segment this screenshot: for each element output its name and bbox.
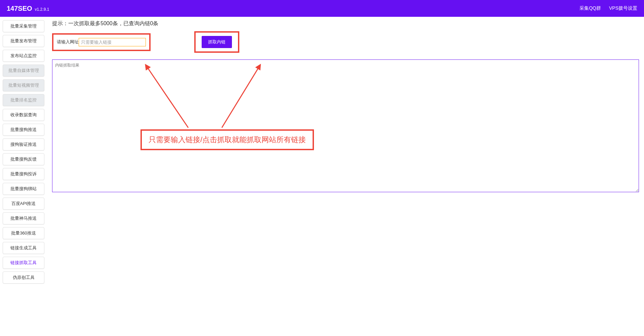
sidebar-item-16[interactable]: 链接抓取工具	[3, 257, 44, 269]
sidebar-item-0[interactable]: 批量采集管理	[3, 20, 44, 32]
hint-text: 提示：一次抓取最多5000条，已查询内链0条	[52, 20, 639, 27]
sidebar: 批量采集管理批量发布管理发布站点监控批量自媒体管理批量短视频管理批量排名监控收录…	[0, 17, 47, 336]
sidebar-item-5: 批量排名监控	[3, 94, 44, 106]
url-input[interactable]	[79, 38, 146, 46]
crawl-button-highlight: 抓取内链	[194, 31, 239, 53]
sidebar-item-6[interactable]: 收录数据查询	[3, 109, 44, 121]
result-textarea[interactable]	[52, 59, 639, 192]
content-area: 提示：一次抓取最多5000条，已查询内链0条 请输入网址 抓取内链	[47, 17, 644, 336]
header-right: 采集QQ群 VPS拨号设置	[579, 5, 637, 11]
qq-group-link[interactable]: 采集QQ群	[579, 5, 601, 11]
sidebar-item-2[interactable]: 发布站点监控	[3, 50, 44, 62]
vps-settings-link[interactable]: VPS拨号设置	[609, 5, 637, 11]
sidebar-item-8[interactable]: 搜狗验证推送	[3, 138, 44, 151]
app-header: 147SEO v1.2.9.1 采集QQ群 VPS拨号设置	[0, 0, 644, 17]
url-input-label: 请输入网址	[57, 39, 79, 45]
input-group-highlight: 请输入网址	[52, 33, 151, 51]
header-left: 147SEO v1.2.9.1	[7, 5, 49, 12]
sidebar-item-9[interactable]: 批量搜狗反馈	[3, 153, 44, 165]
sidebar-item-15[interactable]: 链接生成工具	[3, 242, 44, 254]
sidebar-item-10[interactable]: 批量搜狗投诉	[3, 168, 44, 180]
sidebar-item-13[interactable]: 批量神马推送	[3, 212, 44, 224]
sidebar-item-14[interactable]: 批量360推送	[3, 227, 44, 239]
sidebar-item-17[interactable]: 伪原创工具	[3, 271, 44, 284]
input-row: 请输入网址 抓取内链	[52, 31, 639, 53]
app-version: v1.2.9.1	[35, 7, 49, 12]
main-container: 批量采集管理批量发布管理发布站点监控批量自媒体管理批量短视频管理批量排名监控收录…	[0, 17, 644, 336]
sidebar-item-11[interactable]: 批量搜狗绑站	[3, 183, 44, 195]
sidebar-item-7[interactable]: 批量搜狗推送	[3, 124, 44, 136]
sidebar-item-12[interactable]: 百度API推送	[3, 198, 44, 210]
app-title: 147SEO	[7, 5, 32, 12]
annotation-callout: 只需要输入链接/点击抓取就能抓取网站所有链接	[140, 129, 314, 150]
sidebar-item-4: 批量短视频管理	[3, 79, 44, 91]
crawl-button[interactable]: 抓取内链	[202, 36, 232, 48]
sidebar-item-1[interactable]: 批量发布管理	[3, 35, 44, 47]
sidebar-item-3: 批量自媒体管理	[3, 65, 44, 77]
